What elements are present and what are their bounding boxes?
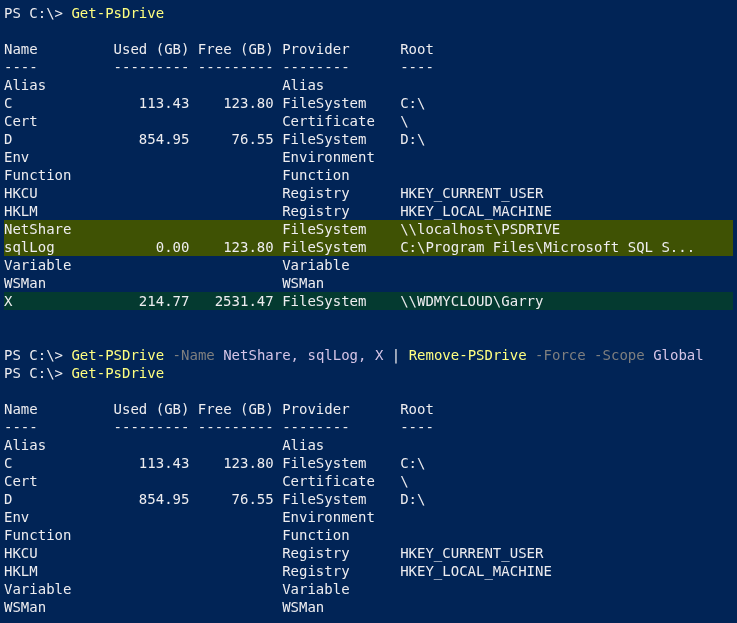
table-row: D854.9576.55 FileSystemD:\ — [4, 490, 733, 508]
table-row: Variable Variable — [4, 256, 733, 274]
table-row: HKLM RegistryHKEY_LOCAL_MACHINE — [4, 202, 733, 220]
table1-header: NameUsed (GB)Free (GB) ProviderRoot — [4, 40, 733, 58]
table-row: C113.43123.80 FileSystemC:\ — [4, 454, 733, 472]
table-row: WSMan WSMan — [4, 274, 733, 292]
table-row: WSMan WSMan — [4, 598, 733, 616]
table2-body: Alias AliasC113.43123.80 FileSystemC:\Ce… — [4, 436, 733, 616]
table2-header-dash: ---------------------- ------------ — [4, 418, 733, 436]
table1-body: Alias AliasC113.43123.80 FileSystemC:\Ce… — [4, 76, 733, 310]
table-row: Env Environment — [4, 148, 733, 166]
table2-header: NameUsed (GB)Free (GB) ProviderRoot — [4, 400, 733, 418]
prompt-line-1: PS C:\> Get-PsDrive — [4, 4, 733, 22]
table-row: Alias Alias — [4, 436, 733, 454]
table-row: Cert Certificate\ — [4, 112, 733, 130]
table-row: C113.43123.80 FileSystemC:\ — [4, 94, 733, 112]
prompt-line-3: PS C:\> Get-PsDrive — [4, 364, 733, 382]
table-row: Env Environment — [4, 508, 733, 526]
table-row: Function Function — [4, 166, 733, 184]
table-row: Variable Variable — [4, 580, 733, 598]
table-row: NetShare FileSystem\\localhost\PSDRIVE — [4, 220, 733, 238]
table-row: Function Function — [4, 526, 733, 544]
table-row: sqlLog0.00123.80 FileSystemC:\Program Fi… — [4, 238, 733, 256]
table-row: Cert Certificate\ — [4, 472, 733, 490]
table-row: X214.772531.47 FileSystem\\WDMYCLOUD\Gar… — [4, 292, 733, 310]
table-row: D854.9576.55 FileSystemD:\ — [4, 130, 733, 148]
table-row: HKLM RegistryHKEY_LOCAL_MACHINE — [4, 562, 733, 580]
table-row: HKCU RegistryHKEY_CURRENT_USER — [4, 184, 733, 202]
table1-header-dash: ---------------------- ------------ — [4, 58, 733, 76]
table-row: HKCU RegistryHKEY_CURRENT_USER — [4, 544, 733, 562]
table-row: Alias Alias — [4, 76, 733, 94]
prompt-line-2: PS C:\> Get-PSDrive -Name NetShare, sqlL… — [4, 346, 733, 364]
